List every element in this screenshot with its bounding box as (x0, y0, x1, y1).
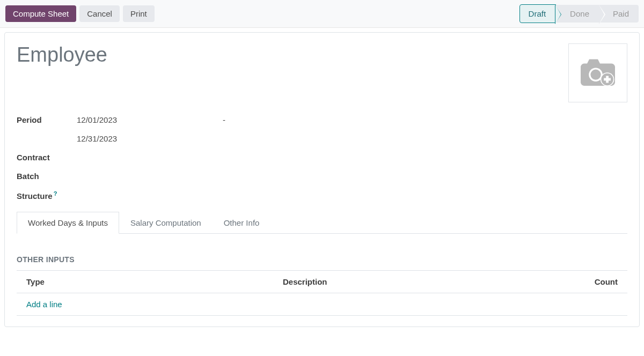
form-fields: Period 12/01/2023 12/31/2023 - Contract … (17, 115, 627, 201)
tab-content: OTHER INPUTS Type Description Count Add … (17, 234, 627, 316)
contract-label: Contract (17, 153, 77, 162)
help-icon[interactable]: ? (54, 190, 57, 197)
period-to[interactable]: 12/31/2023 (77, 134, 216, 143)
page-title: Employee (17, 43, 107, 66)
period-separator: - (223, 115, 225, 124)
table-header-row: Type Description Count (17, 271, 627, 293)
period-value: 12/01/2023 12/31/2023 - (77, 115, 225, 143)
field-contract: Contract (17, 153, 627, 162)
field-period: Period 12/01/2023 12/31/2023 - (17, 115, 627, 143)
period-label: Period (17, 115, 77, 124)
action-toolbar: Compute Sheet Cancel Print Draft Done Pa… (0, 0, 644, 28)
svg-point-1 (590, 70, 601, 80)
print-button[interactable]: Print (123, 5, 155, 22)
field-structure: Structure? (17, 190, 627, 201)
tabs: Worked Days & Inputs Salary Computation … (17, 211, 627, 234)
cancel-button[interactable]: Cancel (79, 5, 120, 22)
compute-sheet-button[interactable]: Compute Sheet (5, 5, 76, 22)
status-pipeline: Draft Done Paid (519, 4, 639, 23)
employee-image-upload[interactable] (568, 43, 627, 102)
col-count: Count (554, 271, 627, 293)
field-batch: Batch (17, 172, 627, 181)
toolbar-left: Compute Sheet Cancel Print (5, 5, 155, 22)
batch-label: Batch (17, 172, 77, 181)
tab-worked-days-inputs[interactable]: Worked Days & Inputs (17, 212, 119, 234)
structure-label: Structure? (17, 190, 77, 201)
col-description: Description (273, 271, 554, 293)
table-row: Add a line (17, 293, 627, 316)
form-header: Employee (17, 43, 627, 102)
col-type: Type (17, 271, 273, 293)
other-inputs-title: OTHER INPUTS (17, 255, 627, 264)
form-sheet: Employee Period 12/01/2023 12/31/2023 - (4, 32, 640, 327)
svg-rect-5 (604, 78, 611, 81)
period-from[interactable]: 12/01/2023 (77, 115, 216, 124)
other-inputs-table: Type Description Count Add a line (17, 270, 627, 316)
status-step-draft[interactable]: Draft (519, 4, 557, 23)
add-line-link[interactable]: Add a line (26, 300, 62, 309)
tab-salary-computation[interactable]: Salary Computation (119, 212, 213, 234)
camera-plus-icon (576, 54, 619, 92)
tab-other-info[interactable]: Other Info (213, 212, 271, 234)
status-step-done[interactable]: Done (556, 5, 599, 23)
